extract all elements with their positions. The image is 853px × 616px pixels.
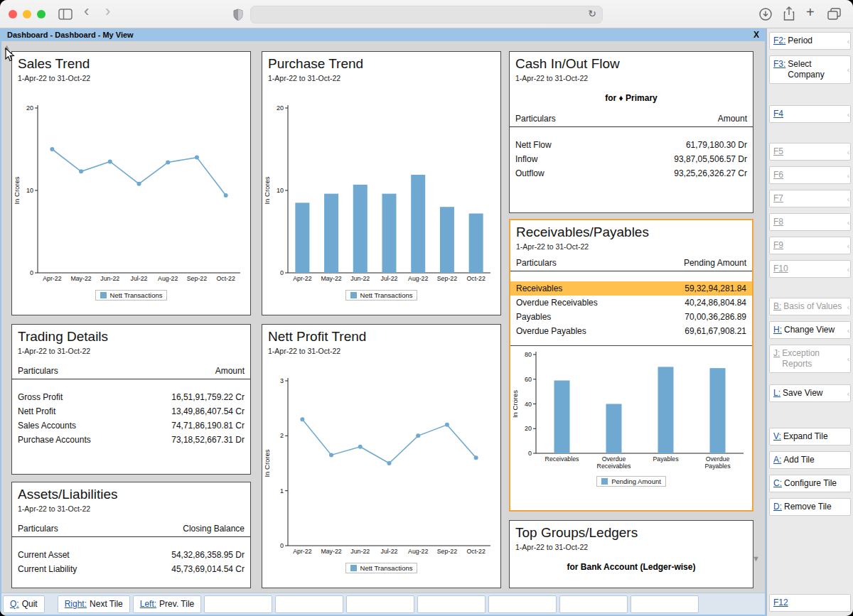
table-row[interactable]: Current Liability45,73,69,014.54 Cr [12, 562, 250, 576]
forward-button[interactable]: › [105, 4, 110, 18]
bottombar-item-quit[interactable]: Q:Quit [3, 595, 45, 613]
sidebar-item-d-remove-tile[interactable]: D:Remove Tile [769, 498, 851, 516]
svg-text:OverduePayables: OverduePayables [704, 455, 731, 470]
tile-period: 1-Apr-22 to 31-Oct-22 [510, 242, 752, 251]
svg-text:Apr-22: Apr-22 [293, 548, 312, 555]
tile-assets-liabilities[interactable]: Assets/Liabilities 1-Apr-22 to 31-Oct-22… [11, 482, 251, 588]
tile-cash-in-out-flow[interactable]: Cash In/Out Flow 1-Apr-22 to 31-Oct-22 f… [509, 51, 753, 213]
bottombar-item-next-tile[interactable]: Right:Next Tile [58, 595, 130, 613]
table-row[interactable]: Overdue Receivables40,24,86,804.84 [510, 296, 752, 310]
col-particulars: Particulars [18, 524, 58, 534]
row-value: 61,79,180.30 Dr [686, 140, 747, 150]
minimize-window-button[interactable] [23, 10, 31, 18]
tile-receivables-payables[interactable]: Receivables/Payables 1-Apr-22 to 31-Oct-… [509, 219, 753, 512]
svg-text:May-22: May-22 [321, 275, 341, 282]
sidebar-item-c-configure-tile[interactable]: C:Configure Tile [769, 475, 851, 492]
tile-scope: for Bank Account (Ledger-wise) [510, 562, 753, 572]
svg-text:3: 3 [280, 377, 284, 384]
svg-text:60: 60 [525, 376, 532, 383]
sidebar-item-f3-select-company[interactable]: F3:SelectCompany‹ [769, 55, 851, 84]
share-icon[interactable] [783, 6, 795, 21]
tile-title: Cash In/Out Flow [510, 52, 753, 72]
table-row[interactable]: Purchase Accounts73,18,52,667.31 Dr [12, 433, 250, 447]
sidebar-item-f2-period[interactable]: F2:Period‹ [769, 32, 851, 50]
row-value: 73,18,52,667.31 Dr [171, 435, 245, 445]
table-row[interactable]: Outflow93,25,26,326.27 Cr [510, 166, 753, 180]
chevron-left-icon: ‹ [847, 217, 849, 227]
table-row[interactable]: Sales Accounts74,71,86,190.81 Cr [12, 418, 250, 433]
row-value: 13,49,86,407.54 Cr [171, 406, 245, 416]
svg-text:In Crores: In Crores [511, 390, 519, 418]
tile-title: Receivables/Payables [510, 220, 752, 241]
close-window-button[interactable] [9, 10, 17, 18]
address-bar[interactable]: ↻ [250, 6, 603, 23]
table-body: Nett Flow61,79,180.30 DrInflow93,87,05,5… [510, 138, 753, 180]
sidebar-item-f4[interactable]: F4‹ [769, 105, 851, 123]
sidebar-item-f12[interactable]: F12 [769, 594, 851, 612]
svg-text:Sep-22: Sep-22 [437, 275, 457, 282]
sidebar-item-f10[interactable]: F10‹ [769, 260, 851, 278]
sidebar-item-l-save-view[interactable]: L:Save View‹ [769, 384, 851, 402]
sidebar-item-v-expand-tile[interactable]: V:Expand Tile [769, 428, 851, 445]
bottombar-empty-cell [488, 595, 557, 613]
close-report-button[interactable]: X [753, 30, 759, 40]
table-row[interactable]: Inflow93,87,05,506.57 Dr [510, 152, 753, 166]
table-body: Receivables59,32,94,281.84Overdue Receiv… [510, 281, 752, 338]
table-row[interactable]: Current Asset54,32,86,358.95 Dr [12, 548, 250, 562]
sales-trend-chart: 01020In CroresApr-22May-22Jun-22Jul-22Au… [12, 84, 250, 288]
row-value: 93,87,05,506.57 Dr [674, 154, 747, 164]
svg-text:Apr-22: Apr-22 [43, 275, 62, 282]
browser-toolbar: ‹ › ↻ + [0, 0, 853, 28]
col-amount: Amount [718, 114, 747, 124]
tile-nett-profit-trend[interactable]: Nett Profit Trend 1-Apr-22 to 31-Oct-22 … [262, 324, 501, 588]
table-row[interactable]: Nett Flow61,79,180.30 Dr [510, 138, 753, 152]
sidebar-item-b-basis-of-values[interactable]: B:Basis of Values‹ [769, 298, 851, 315]
button-label: Basis of Values [783, 301, 843, 312]
table-row[interactable]: Payables70,00,36,286.89 [510, 310, 752, 324]
hotkey-label: F2: [773, 36, 785, 46]
legend-label: Pending Amount [611, 477, 661, 485]
privacy-shield-icon[interactable] [233, 9, 243, 21]
chevron-left-icon: ‹ [847, 388, 849, 399]
row-value: 40,24,86,804.84 [685, 298, 746, 308]
sidebar-item-f8[interactable]: F8‹ [769, 213, 851, 231]
reload-icon[interactable]: ↻ [588, 8, 596, 19]
tile-period: 1-Apr-22 to 31-Oct-22 [510, 74, 753, 82]
chevron-left-icon: ‹ [847, 325, 849, 335]
row-label: Current Liability [18, 564, 77, 574]
downloads-icon[interactable] [759, 8, 772, 21]
svg-text:Aug-22: Aug-22 [408, 275, 428, 282]
tile-period: 1-Apr-22 to 31-Oct-22 [262, 347, 500, 355]
tab-overview-icon[interactable] [827, 8, 841, 20]
maximize-window-button[interactable] [37, 10, 45, 18]
sidebar-item-f6[interactable]: F6‹ [769, 166, 851, 184]
tile-title: Sales Trend [12, 52, 250, 72]
new-tab-icon[interactable]: + [806, 5, 815, 19]
sidebar-item-f9[interactable]: F9‹ [769, 237, 851, 254]
sidebar-item-f7[interactable]: F7‹ [769, 190, 851, 207]
right-button-bar: F2:Period‹F3:SelectCompany‹F4‹F5‹F6‹F7‹F… [766, 28, 853, 616]
tile-purchase-trend[interactable]: Purchase Trend 1-Apr-22 to 31-Oct-22 010… [262, 51, 501, 315]
tile-trading-details[interactable]: Trading Details 1-Apr-22 to 31-Oct-22 Pa… [11, 324, 251, 475]
sidebar-item-a-add-tile[interactable]: A:Add Tile [769, 451, 851, 469]
table-row[interactable]: Nett Profit13,49,86,407.54 Cr [12, 404, 250, 418]
sidebar-item-f5[interactable]: F5‹ [769, 143, 851, 161]
back-button[interactable]: ‹ [84, 4, 89, 18]
hotkey-label: F9 [773, 240, 783, 251]
tile-sales-trend[interactable]: Sales Trend 1-Apr-22 to 31-Oct-22 01020I… [11, 51, 251, 315]
chevron-left-icon: ‹ [847, 240, 849, 251]
sidebar-item-j-exception-reports[interactable]: J:ExceptionReports‹ [769, 345, 851, 373]
chevron-left-icon: ‹ [847, 109, 849, 119]
sidebar-item-h-change-view[interactable]: H:Change View‹ [769, 321, 851, 339]
sidebar-toggle-icon[interactable] [58, 9, 73, 20]
row-value: 54,32,86,358.95 Dr [171, 550, 245, 560]
button-label: Next Tile [90, 599, 123, 609]
table-row[interactable]: Receivables59,32,94,281.84 [510, 281, 752, 296]
table-row[interactable]: Gross Profit16,51,91,759.22 Cr [12, 390, 250, 404]
tile-period: 1-Apr-22 to 31-Oct-22 [12, 74, 250, 82]
bottombar-item-prev-tile[interactable]: Left:Prev. Tile [133, 595, 201, 613]
button-label: Expand Tile [783, 431, 843, 442]
row-label: Nett Profit [18, 406, 55, 416]
tile-top-groups-ledgers[interactable]: Top Groups/Ledgers 1-Apr-22 to 31-Oct-22… [509, 520, 753, 588]
table-row[interactable]: Overdue Payables69,61,67,908.21 [510, 324, 752, 338]
